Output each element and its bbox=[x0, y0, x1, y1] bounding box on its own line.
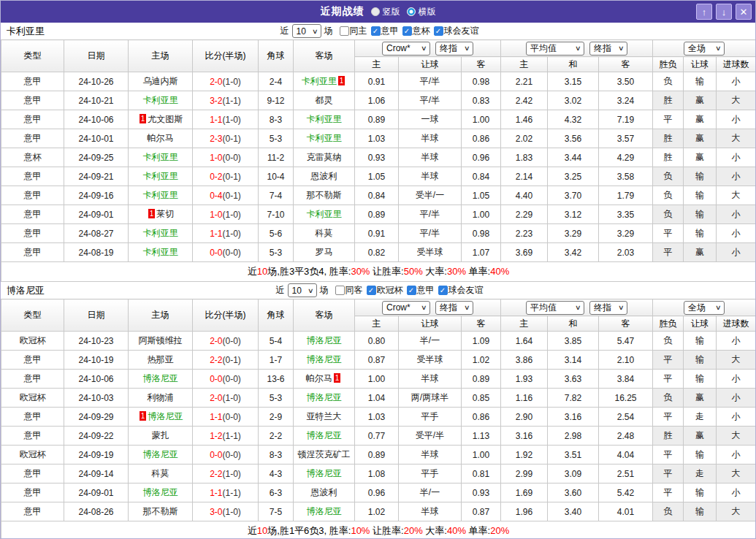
league-badge: 欧冠杯 bbox=[1, 389, 64, 408]
filter-option[interactable]: ✓意甲 bbox=[403, 284, 435, 297]
section-team-name: 博洛尼亚 bbox=[7, 284, 45, 297]
match-count-select-value: 10 bbox=[297, 26, 306, 37]
scope-select[interactable]: 全场∨ bbox=[684, 301, 725, 315]
checkbox-unchecked-icon[interactable] bbox=[340, 26, 349, 36]
filter-controls: 近10∨场同客✓欧冠杯✓意甲✓球会友谊 bbox=[273, 283, 484, 297]
avg-away: 2.10 bbox=[599, 351, 653, 370]
move-up-button[interactable]: ↑ bbox=[696, 4, 712, 20]
avg-draw: 3.25 bbox=[548, 167, 599, 186]
corners: 9-12 bbox=[259, 91, 294, 110]
filter-option-label[interactable]: 欧冠杯 bbox=[377, 284, 403, 297]
result-outcome: 平 bbox=[653, 110, 684, 129]
match-count-select[interactable]: 10∨ bbox=[292, 24, 321, 38]
match-row: 意甲24-09-21卡利亚里0-2(0-1)10-4恩波利1.05半球0.842… bbox=[1, 167, 756, 186]
away-team: 博洛尼亚 bbox=[294, 465, 355, 483]
match-date: 24-10-26 bbox=[64, 72, 129, 91]
away-odds: 1.09 bbox=[462, 332, 501, 351]
odds-final-select[interactable]: 终指∨ bbox=[435, 301, 473, 315]
away-team-name: 恩波利 bbox=[311, 171, 337, 181]
result-goals: 小 bbox=[717, 205, 756, 224]
summary-segment: 场,胜1平6负3, 胜率: bbox=[267, 525, 351, 536]
filter-option[interactable]: ✓球会友谊 bbox=[430, 25, 479, 37]
filter-bar: 卡利亚里近10∨场同主✓意甲✓意杯✓球会友谊 bbox=[1, 23, 755, 39]
result-goals: 小 bbox=[717, 167, 756, 186]
checkbox-checked-icon[interactable]: ✓ bbox=[371, 26, 381, 36]
home-team: 利物浦 bbox=[129, 389, 193, 408]
filter-option[interactable]: 同客 bbox=[332, 284, 363, 297]
handicap: 两/两球半 bbox=[399, 389, 462, 408]
odds-final-select[interactable]: 终指∨ bbox=[435, 42, 473, 56]
fulltime-score: 3-2 bbox=[210, 96, 222, 106]
avg-source-select[interactable]: 平均值∨ bbox=[526, 42, 584, 56]
match-date: 24-09-01 bbox=[64, 205, 129, 224]
checkbox-checked-icon[interactable]: ✓ bbox=[434, 26, 443, 36]
match-date: 24-10-03 bbox=[64, 389, 129, 408]
avg-final-select[interactable]: 终指∨ bbox=[589, 42, 627, 56]
filter-option-label[interactable]: 意甲 bbox=[417, 284, 435, 297]
result-goals: 大 bbox=[717, 502, 756, 521]
odds-source-select[interactable]: Crow*∨ bbox=[382, 42, 430, 56]
corners: 2-2 bbox=[259, 427, 294, 446]
corners: 7-4 bbox=[259, 186, 294, 205]
scope-select[interactable]: 全场∨ bbox=[684, 42, 725, 56]
avg-final-select-value: 终指 bbox=[594, 302, 611, 314]
home-odds: 1.03 bbox=[355, 129, 399, 148]
checkbox-checked-icon[interactable]: ✓ bbox=[407, 286, 416, 295]
checkbox-checked-icon[interactable]: ✓ bbox=[402, 26, 412, 36]
filter-option[interactable]: ✓欧冠杯 bbox=[363, 284, 403, 297]
filter-option[interactable]: ✓意杯 bbox=[399, 25, 430, 37]
away-team: 恩波利 bbox=[294, 483, 355, 502]
filter-option-label[interactable]: 球会友谊 bbox=[444, 25, 479, 37]
home-team-name: 尤文图斯 bbox=[148, 114, 183, 124]
filter-option[interactable]: ✓意甲 bbox=[367, 25, 399, 37]
avg-source-select[interactable]: 平均值∨ bbox=[526, 301, 584, 315]
score: 0-0(0-0) bbox=[193, 446, 259, 465]
home-odds: 0.77 bbox=[355, 427, 399, 446]
view-mode-horizontal[interactable]: 横版 bbox=[407, 6, 436, 18]
odds-source-select[interactable]: Crow*∨ bbox=[382, 301, 430, 315]
result-handicap: 输 bbox=[684, 446, 717, 465]
move-down-button[interactable]: ↓ bbox=[716, 4, 732, 20]
result-outcome: 胜 bbox=[653, 148, 684, 167]
away-team: 罗马 bbox=[294, 243, 355, 262]
avg-away: 7.19 bbox=[599, 110, 653, 129]
away-team-name: 博洛尼亚 bbox=[307, 392, 342, 402]
result-outcome: 平 bbox=[653, 370, 684, 389]
view-mode-vertical[interactable]: 竖版 bbox=[371, 6, 400, 18]
avg-away: 3.84 bbox=[599, 370, 653, 389]
checkbox-unchecked-icon[interactable] bbox=[335, 286, 345, 295]
away-odds: 0.86 bbox=[462, 408, 501, 427]
filter-option-label[interactable]: 同客 bbox=[345, 284, 363, 297]
result-goals: 大 bbox=[717, 186, 756, 205]
match-row: 意甲24-10-01帕尔马2-3(0-1)5-3卡利亚里1.03半球0.862.… bbox=[1, 129, 756, 148]
result-handicap: 赢 bbox=[684, 91, 717, 110]
filter-option[interactable]: ✓球会友谊 bbox=[435, 284, 484, 297]
match-count-select[interactable]: 10∨ bbox=[288, 283, 317, 297]
result-goals: 小 bbox=[717, 72, 756, 91]
avg-draw: 7.82 bbox=[548, 389, 599, 408]
away-team: 卡利亚里 bbox=[294, 205, 355, 224]
result-goals: 小 bbox=[717, 224, 756, 243]
result-goals: 小 bbox=[717, 389, 756, 408]
close-button[interactable]: ✕ bbox=[736, 4, 752, 20]
subcolumn-header: 和 bbox=[548, 316, 599, 332]
fulltime-score: 2-0 bbox=[210, 336, 222, 346]
red-card-badge: 1 bbox=[140, 114, 147, 123]
filter-option-label[interactable]: 意杯 bbox=[413, 25, 430, 37]
league-badge: 意甲 bbox=[1, 502, 64, 521]
handicap: 半/一 bbox=[399, 332, 462, 351]
away-team-name: 卡利亚里 bbox=[307, 114, 342, 124]
league-badge: 意甲 bbox=[1, 224, 64, 243]
result-outcome: 胜 bbox=[653, 91, 684, 110]
filter-option[interactable]: 同主 bbox=[336, 25, 367, 37]
checkbox-checked-icon[interactable]: ✓ bbox=[367, 286, 376, 295]
filter-option-label[interactable]: 同主 bbox=[350, 25, 367, 37]
halftime-score: (1-1) bbox=[223, 488, 241, 498]
filter-option-label[interactable]: 意甲 bbox=[381, 25, 399, 37]
avg-final-select[interactable]: 终指∨ bbox=[589, 301, 627, 315]
filter-option-label[interactable]: 球会友谊 bbox=[448, 284, 484, 297]
league-badge: 意甲 bbox=[1, 243, 64, 262]
sections-container: 卡利亚里近10∨场同主✓意甲✓意杯✓球会友谊类型日期主场比分(半场)角球客场Cr… bbox=[1, 23, 755, 539]
checkbox-checked-icon[interactable]: ✓ bbox=[438, 286, 448, 295]
match-date: 24-08-19 bbox=[64, 243, 129, 262]
